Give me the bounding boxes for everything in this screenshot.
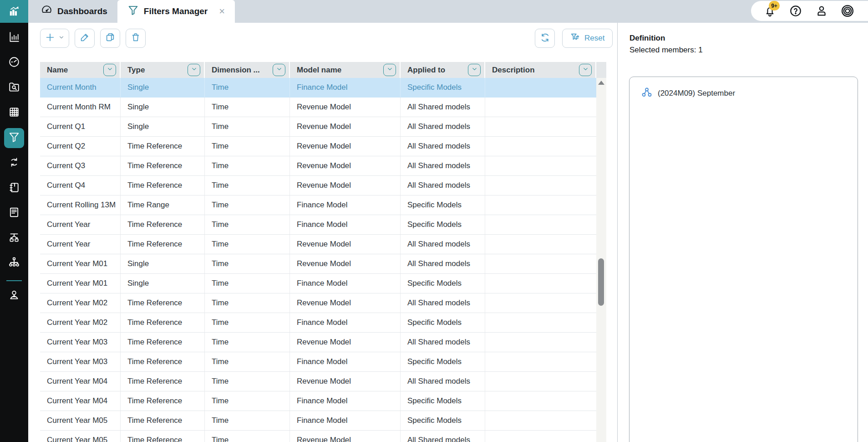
add-filter-button[interactable]: [40, 29, 69, 48]
table-cell: Current Year M04: [40, 372, 121, 391]
notifications-bell-icon[interactable]: 9+: [763, 4, 777, 18]
table-cell: [485, 391, 596, 411]
scroll-up-arrow-icon[interactable]: [598, 81, 604, 85]
table-row[interactable]: Current Q2Time ReferenceTimeRevenue Mode…: [40, 137, 596, 156]
table-row[interactable]: Current YearTime ReferenceTimeRevenue Mo…: [40, 235, 596, 254]
table-row[interactable]: Current Q4Time ReferenceTimeRevenue Mode…: [40, 176, 596, 195]
table-cell: Finance Model: [290, 78, 401, 97]
tab-filters-manager[interactable]: Filters Manager ×: [117, 0, 235, 23]
table-cell: Revenue Model: [290, 333, 401, 352]
table-cell: Revenue Model: [290, 431, 401, 442]
sidebar-item-notebook[interactable]: [4, 178, 24, 198]
column-filter-button[interactable]: [103, 64, 116, 76]
sidebar-item-filters[interactable]: [4, 128, 24, 148]
column-header: Dimension ...: [205, 62, 290, 78]
definition-members-box: (2024M09) September: [629, 77, 858, 442]
reset-label: Reset: [584, 34, 604, 43]
table-cell: [485, 411, 596, 430]
table-cell: [485, 78, 596, 97]
table-cell: [485, 372, 596, 391]
table-cell: Current Q2: [40, 137, 121, 156]
duplicate-filter-button[interactable]: [100, 29, 120, 48]
table-row[interactable]: Current Year M03Time ReferenceTimeFinanc…: [40, 352, 596, 372]
table-row[interactable]: Current Year M03Time ReferenceTimeRevenu…: [40, 333, 596, 352]
chevron-down-icon: [471, 66, 478, 75]
column-filter-button[interactable]: [383, 64, 396, 76]
table-cell: Time Reference: [121, 156, 205, 175]
table-cell: Revenue Model: [290, 137, 401, 156]
column-filter-button[interactable]: [188, 64, 200, 76]
table-row[interactable]: Current Year M04Time ReferenceTimeRevenu…: [40, 372, 596, 391]
refresh-icon: [540, 32, 550, 45]
topbar-utilities: 9+: [751, 1, 868, 21]
table-cell: [485, 195, 596, 215]
table-cell: [485, 137, 596, 156]
report-document-icon: [8, 206, 20, 220]
sidebar-item-user-admin[interactable]: [4, 286, 24, 306]
table-cell: [485, 98, 596, 117]
table-row[interactable]: Current Year M04Time ReferenceTimeFinanc…: [40, 391, 596, 411]
table-cell: Finance Model: [290, 352, 401, 371]
panel-title: Definition: [629, 34, 868, 43]
table-cell: Time: [205, 78, 290, 97]
table-row[interactable]: Current Year M02Time ReferenceTimeRevenu…: [40, 293, 596, 313]
table-cell: Current Year: [40, 235, 121, 254]
sidebar-item-report[interactable]: [4, 203, 24, 223]
table-row[interactable]: Current MonthSingleTimeFinance ModelSpec…: [40, 78, 596, 98]
trash-icon: [131, 32, 141, 44]
sidebar-item-data-flow[interactable]: [4, 228, 24, 248]
sidebar-item-analytics[interactable]: [4, 28, 24, 48]
table-cell: Specific Models: [401, 215, 485, 234]
table-row[interactable]: Current YearTime ReferenceTimeFinance Mo…: [40, 215, 596, 235]
column-header-label: Dimension ...: [212, 66, 260, 75]
table-cell: Specific Models: [401, 313, 485, 332]
scrollbar-thumb[interactable]: [598, 258, 604, 306]
sidebar-item-hierarchy[interactable]: [4, 253, 24, 273]
sidebar-item-folder-search[interactable]: [4, 78, 24, 98]
table-row[interactable]: Current Year M01SingleTimeFinance ModelS…: [40, 274, 596, 293]
table-row[interactable]: Current Q1SingleTimeRevenue ModelAll Sha…: [40, 117, 596, 137]
vertical-scrollbar[interactable]: [596, 78, 606, 442]
table-row[interactable]: Current Year M02Time ReferenceTimeFinanc…: [40, 313, 596, 333]
table-cell: Time: [205, 333, 290, 352]
table-row[interactable]: Current Rolling 13MTime RangeTimeFinance…: [40, 195, 596, 215]
hierarchy-tree-icon: [8, 257, 20, 270]
column-filter-button[interactable]: [579, 64, 592, 76]
user-profile-icon[interactable]: [815, 4, 828, 18]
table-row[interactable]: Current Year M01SingleTimeRevenue ModelA…: [40, 254, 596, 274]
sidebar-item-dashboards[interactable]: [4, 53, 24, 73]
column-filter-button[interactable]: [468, 64, 481, 76]
chevron-down-icon: [276, 66, 283, 75]
concentric-circles-icon[interactable]: [841, 4, 854, 18]
table-row[interactable]: Current Month RMSingleTimeRevenue ModelA…: [40, 98, 596, 117]
sidebar: [0, 0, 28, 442]
member-item[interactable]: (2024M09) September: [641, 87, 858, 100]
help-icon[interactable]: [789, 4, 802, 18]
refresh-button[interactable]: [535, 29, 555, 48]
tab-dashboards[interactable]: Dashboards: [31, 0, 117, 23]
sync-arrows-icon: [8, 156, 20, 170]
selected-members-count: Selected members: 1: [629, 46, 868, 55]
table-cell: Current Year M05: [40, 411, 121, 430]
table-cell: Current Year M02: [40, 293, 121, 313]
table-cell: Specific Models: [401, 411, 485, 430]
reset-filters-button[interactable]: Reset: [562, 29, 613, 48]
table-cell: Time Reference: [121, 352, 205, 371]
column-header: Description: [485, 62, 596, 78]
table-cell: Time Reference: [121, 293, 205, 313]
table-row[interactable]: Current Q3Time ReferenceTimeRevenue Mode…: [40, 156, 596, 176]
edit-filter-button[interactable]: [75, 29, 95, 48]
table-cell: [485, 333, 596, 352]
table-row[interactable]: Current Year M05Time ReferenceTimeRevenu…: [40, 431, 596, 442]
close-icon[interactable]: ×: [219, 6, 225, 16]
column-header: Type: [121, 62, 205, 78]
delete-filter-button[interactable]: [126, 29, 146, 48]
table-row[interactable]: Current Year M05Time ReferenceTimeFinanc…: [40, 411, 596, 431]
sidebar-item-processes[interactable]: [4, 153, 24, 173]
sidebar-item-data-grid[interactable]: [4, 103, 24, 123]
column-filter-button[interactable]: [273, 64, 285, 76]
table-cell: Revenue Model: [290, 98, 401, 117]
table-cell: Time Reference: [121, 137, 205, 156]
column-header: Name: [40, 62, 121, 78]
table-cell: All Shared models: [401, 431, 485, 442]
